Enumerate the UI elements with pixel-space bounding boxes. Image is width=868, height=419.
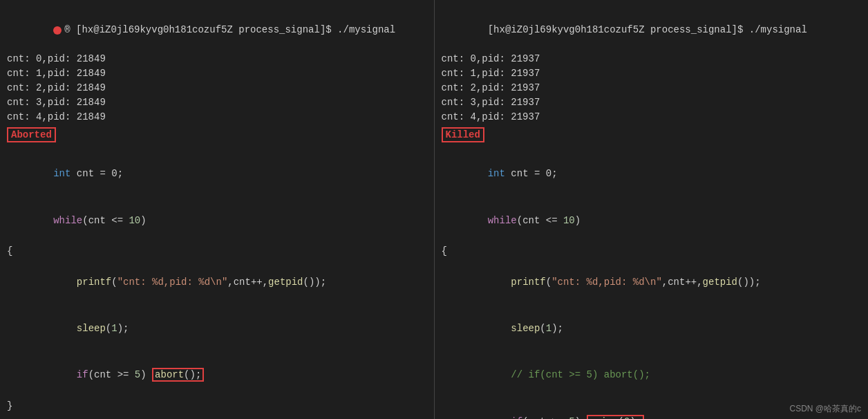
abort-highlight: abort(); (152, 368, 204, 382)
func-abort: abort (155, 369, 184, 380)
comment-right: // if(cnt >= 5) abort(); (488, 369, 650, 380)
killed-badge: Killed (442, 127, 484, 142)
left-line-1: cnt: 1,pid: 21849 (7, 66, 427, 81)
keyword-int: int (53, 168, 70, 179)
right-if-num: 5 (569, 416, 574, 419)
red-dot-icon (53, 26, 62, 35)
left-if-num: 5 (135, 369, 140, 380)
left-code-rest-1: cnt = 0; (70, 168, 123, 179)
left-printf-str: "cnt: %d,pid: %d\n" (117, 277, 228, 288)
aborted-badge: Aborted (7, 127, 56, 142)
right-code-brace-open: { (442, 243, 862, 259)
left-output-lines: cnt: 0,pid: 21849 cnt: 1,pid: 21849 cnt:… (7, 52, 427, 124)
func-printf-right: printf (511, 277, 545, 288)
left-terminal: ® [hx@iZ0jl69kyvg0h181cozuf5Z process_si… (7, 6, 427, 145)
right-status: Killed (442, 126, 862, 142)
keyword-int-right: int (488, 168, 505, 179)
left-prompt: ® [hx@iZ0jl69kyvg0h181cozuf5Z process_si… (7, 8, 427, 52)
right-code-rest-2: (cnt <= (517, 215, 563, 226)
func-sleep-left: sleep (77, 323, 106, 334)
func-raise: raise (589, 416, 619, 419)
right-num-10: 10 (563, 215, 575, 226)
right-line-0: cnt: 0,pid: 21937 (442, 52, 862, 66)
left-code: int cnt = 0; while(cnt <= 10) { printf("… (7, 151, 427, 414)
right-panel: [hx@iZ0jl69kyvg0h181cozuf5Z process_sign… (435, 0, 869, 419)
left-panel: ® [hx@iZ0jl69kyvg0h181cozuf5Z process_si… (0, 0, 435, 419)
func-printf-left: printf (77, 277, 111, 288)
left-line-4: cnt: 4,pid: 21849 (7, 110, 427, 124)
left-line-3: cnt: 3,pid: 21849 (7, 95, 427, 110)
right-line-3: cnt: 3,pid: 21937 (442, 95, 862, 110)
right-code: int cnt = 0; while(cnt <= 10) { printf("… (442, 151, 862, 419)
left-code-line-1: int cnt = 0; (7, 151, 427, 197)
left-code-if: if(cnt >= 5) abort(); (7, 352, 427, 398)
right-line-1: cnt: 1,pid: 21937 (442, 66, 862, 81)
left-line-0: cnt: 0,pid: 21849 (7, 52, 427, 66)
func-getpid-left: getpid (268, 277, 303, 288)
left-code-printf: printf("cnt: %d,pid: %d\n",cnt++,getpid(… (7, 259, 427, 306)
keyword-while-right: while (488, 215, 517, 226)
right-prompt: [hx@iZ0jl69kyvg0h181cozuf5Z process_sign… (442, 8, 862, 52)
raise-highlight: raise(9); (587, 415, 645, 419)
right-line-2: cnt: 2,pid: 21937 (442, 81, 862, 95)
right-code-line-2: while(cnt <= 10) (442, 197, 862, 243)
left-code-line-2: while(cnt <= 10) (7, 197, 427, 243)
right-code-rest-2b: ) (575, 215, 581, 226)
left-code-sleep: sleep(1); (7, 306, 427, 352)
right-line-4: cnt: 4,pid: 21937 (442, 110, 862, 124)
right-output-lines: cnt: 0,pid: 21937 cnt: 1,pid: 21937 cnt:… (442, 52, 862, 124)
right-code-comment: // if(cnt >= 5) abort(); (442, 352, 862, 398)
keyword-if-left: if (77, 369, 88, 380)
left-annotation: 给自己发送指定的信号SIGABRT 等价于 kill(getpid(),SIGA… (7, 414, 427, 419)
right-printf-str: "cnt: %d,pid: %d\n" (551, 277, 662, 288)
left-code-brace-close: } (7, 398, 427, 413)
left-code-rest-2: (cnt <= (82, 215, 129, 226)
right-code-rest-1: cnt = 0; (505, 168, 558, 179)
left-sleep-num: 1 (111, 323, 117, 334)
left-line-2: cnt: 2,pid: 21849 (7, 81, 427, 95)
right-code-printf: printf("cnt: %d,pid: %d\n",cnt++,getpid(… (442, 259, 862, 306)
func-sleep-right: sleep (511, 323, 540, 334)
left-num-10: 10 (129, 215, 140, 226)
left-status: Aborted (7, 126, 427, 142)
func-getpid-right: getpid (703, 277, 737, 288)
keyword-while: while (53, 215, 82, 226)
right-code-sleep: sleep(1); (442, 306, 862, 352)
right-code-line-1: int cnt = 0; (442, 151, 862, 197)
right-terminal: [hx@iZ0jl69kyvg0h181cozuf5Z process_sign… (442, 6, 862, 145)
left-code-rest-2b: ) (140, 215, 146, 226)
right-prompt-text: [hx@iZ0jl69kyvg0h181cozuf5Z process_sign… (488, 24, 807, 35)
right-sleep-num: 1 (546, 323, 551, 334)
keyword-if-right: if (511, 416, 522, 419)
left-code-brace-open: { (7, 243, 427, 259)
left-prompt-text: ® [hx@iZ0jl69kyvg0h181cozuf5Z process_si… (64, 24, 395, 35)
watermark: CSDN @哈茶真的c (789, 403, 861, 415)
